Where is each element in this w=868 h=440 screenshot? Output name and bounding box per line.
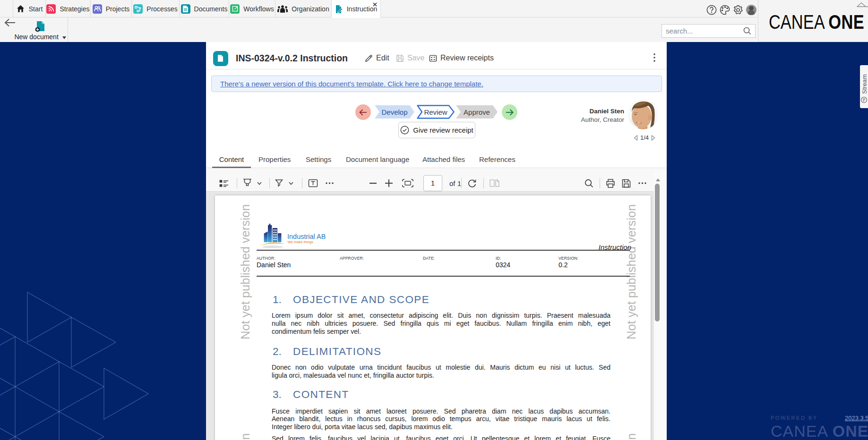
svg-text:Industrial AB: Industrial AB (287, 233, 326, 240)
